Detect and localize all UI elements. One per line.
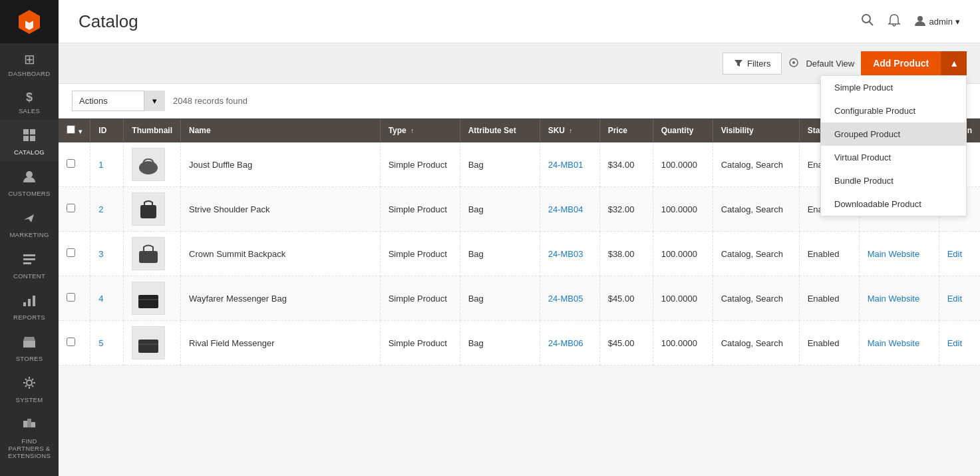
cell-type: Simple Product (380, 321, 460, 365)
sidebar-item-label: SALES (19, 107, 40, 115)
cell-check (59, 321, 90, 365)
sidebar-item-label: CATALOG (14, 148, 45, 156)
cell-sku: 24-MB01 (540, 142, 599, 187)
admin-name: admin (929, 17, 953, 27)
row-checkbox[interactable] (67, 159, 75, 168)
dropdown-bundle-product[interactable]: Bundle Product (821, 169, 966, 192)
row-checkbox[interactable] (67, 204, 75, 212)
product-thumbnail (132, 326, 165, 359)
dropdown-grouped-product[interactable]: Grouped Product (821, 122, 966, 146)
svg-rect-24 (140, 205, 156, 218)
sidebar-item-marketing[interactable]: MARKETING (0, 202, 59, 244)
sidebar-item-reports[interactable]: REPORTS (0, 285, 59, 326)
cell-status: Enabled (799, 232, 859, 276)
col-header-name[interactable]: Name (181, 119, 381, 142)
svg-point-18 (862, 15, 870, 23)
filter-icon (734, 59, 743, 68)
dropdown-simple-product[interactable]: Simple Product (821, 76, 966, 99)
svg-rect-16 (27, 419, 31, 427)
table-row: 5 Rival Field Messenger Simple Product B… (59, 321, 980, 365)
product-name: Joust Duffle Bag (189, 160, 252, 170)
svg-rect-3 (30, 129, 35, 134)
check-dropdown-icon[interactable]: ▾ (79, 128, 82, 135)
col-header-quantity[interactable]: Quantity (653, 119, 713, 142)
product-thumbnail (132, 148, 165, 181)
sidebar-item-label: DASHBOARD (9, 70, 51, 77)
sidebar-item-system[interactable]: SYSTEM (0, 367, 59, 409)
sidebar-item-label: STORES (16, 355, 43, 362)
add-product-button[interactable]: Add Product (861, 51, 941, 75)
sidebar-item-dashboard[interactable]: ⊞ DASHBOARD (0, 43, 59, 83)
col-header-sku[interactable]: SKU ↑ (540, 119, 599, 142)
sidebar-item-content[interactable]: CONTENT (0, 244, 59, 285)
svg-rect-26 (138, 295, 158, 308)
sidebar-item-label: MARKETING (9, 231, 49, 238)
website-link[interactable]: Main Website (868, 338, 920, 348)
col-header-type[interactable]: Type ↑ (380, 119, 460, 142)
stores-icon (22, 334, 37, 352)
edit-link[interactable]: Edit (947, 338, 962, 348)
catalog-icon (22, 128, 37, 146)
cell-action: Edit (939, 232, 980, 276)
edit-link[interactable]: Edit (947, 249, 962, 259)
cell-id: 2 (90, 187, 124, 232)
cell-thumbnail (124, 232, 181, 276)
sidebar-item-sales[interactable]: $ SALES (0, 83, 59, 120)
top-bar: Catalog admin ▾ (59, 0, 980, 43)
product-name: Rival Field Messenger (189, 338, 275, 348)
cell-thumbnail (124, 187, 181, 232)
partners-icon (22, 417, 37, 435)
search-icon[interactable] (860, 13, 875, 31)
row-checkbox[interactable] (67, 248, 75, 257)
cell-sku: 24-MB03 (540, 232, 599, 276)
col-header-id[interactable]: ID (90, 119, 124, 142)
cell-quantity: 100.0000 (653, 142, 713, 187)
sidebar-item-stores[interactable]: STORES (0, 326, 59, 367)
columns-icon[interactable] (788, 57, 799, 70)
cell-price: $32.00 (599, 187, 653, 232)
cell-action: Edit (939, 321, 980, 365)
svg-point-22 (792, 61, 795, 64)
cell-attr-set: Bag (460, 276, 540, 321)
col-header-visibility[interactable]: Visibility (713, 119, 799, 142)
filters-button[interactable]: Filters (723, 53, 782, 75)
sidebar-item-label: CUSTOMERS (8, 190, 50, 197)
dropdown-virtual-product[interactable]: Virtual Product (821, 146, 966, 169)
sidebar-item-label: FIND PARTNERS & EXTENSIONS (3, 437, 55, 459)
cell-quantity: 100.0000 (653, 187, 713, 232)
cell-price: $45.00 (599, 276, 653, 321)
sidebar-item-partners[interactable]: FIND PARTNERS & EXTENSIONS (0, 409, 59, 465)
cell-check (59, 142, 90, 187)
cell-thumbnail (124, 321, 181, 365)
notifications-icon[interactable] (887, 13, 901, 31)
svg-rect-11 (28, 299, 31, 306)
reports-icon (22, 293, 37, 311)
type-sort-icon: ↑ (410, 127, 414, 134)
row-checkbox[interactable] (67, 293, 75, 302)
cell-websites: Main Website (859, 276, 939, 321)
actions-select[interactable]: Actions (72, 91, 165, 111)
sidebar-item-customers[interactable]: CUSTOMERS (0, 161, 59, 202)
sidebar-item-catalog[interactable]: CATALOG (0, 120, 59, 161)
website-link[interactable]: Main Website (868, 294, 920, 304)
cell-check (59, 276, 90, 321)
cell-check (59, 232, 90, 276)
svg-rect-7 (23, 254, 35, 256)
cell-visibility: Catalog, Search (713, 142, 799, 187)
admin-user[interactable]: admin ▾ (913, 14, 960, 29)
cell-quantity: 100.0000 (653, 232, 713, 276)
dropdown-downloadable-product[interactable]: Downloadable Product (821, 192, 966, 216)
website-link[interactable]: Main Website (868, 249, 920, 259)
select-all-checkbox[interactable] (67, 125, 75, 134)
add-product-dropdown-toggle[interactable]: ▲ (941, 51, 967, 75)
table-row: 4 Wayfarer Messenger Bag Simple Product … (59, 276, 980, 321)
row-checkbox[interactable] (67, 338, 75, 346)
col-header-attr-set[interactable]: Attribute Set (460, 119, 540, 142)
cell-quantity: 100.0000 (653, 321, 713, 365)
col-header-price[interactable]: Price (599, 119, 653, 142)
edit-link[interactable]: Edit (947, 294, 962, 304)
svg-line-19 (869, 21, 873, 25)
default-view-label: Default View (806, 59, 854, 69)
dropdown-configurable-product[interactable]: Configurable Product (821, 99, 966, 122)
cell-quantity: 100.0000 (653, 276, 713, 321)
